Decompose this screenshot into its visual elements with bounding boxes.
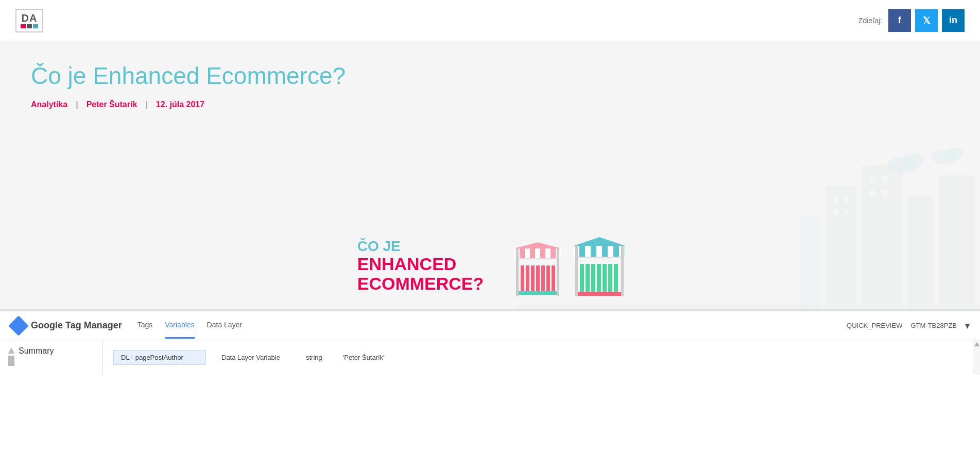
svg-rect-0	[826, 186, 856, 309]
gtm-logo: Google Tag Manager	[10, 318, 122, 334]
svg-rect-27	[531, 265, 535, 291]
svg-marker-35	[514, 242, 561, 248]
svg-rect-25	[521, 265, 524, 291]
svg-point-14	[903, 154, 923, 168]
gtm-nav-tags[interactable]: Tags	[137, 321, 153, 339]
hero-meta: Analytika | Peter Šutarík | 12. júla 201…	[31, 100, 949, 109]
gtm-diamond-icon	[10, 318, 27, 334]
hero-title: Čo je Enhanced Ecommerce?	[31, 62, 949, 90]
gtm-variable-type: Data Layer Variable	[206, 351, 296, 364]
svg-rect-32	[517, 291, 558, 295]
gtm-panel-content: DL - pagePostAuthor Data Layer Variable …	[103, 340, 973, 375]
svg-rect-10	[882, 175, 888, 182]
svg-rect-46	[597, 264, 601, 292]
svg-rect-11	[869, 190, 875, 197]
svg-rect-22	[545, 247, 551, 259]
stall-container	[514, 237, 623, 309]
logo-bar-teal	[33, 24, 38, 28]
hero-image-area: ČO JE ENHANCED ECOMMERCE?	[284, 144, 696, 309]
svg-rect-28	[536, 265, 540, 291]
svg-rect-6	[844, 196, 849, 202]
svg-rect-48	[608, 264, 612, 292]
svg-rect-51	[575, 245, 578, 296]
meta-sep-1: |	[76, 100, 78, 109]
svg-rect-49	[614, 264, 618, 292]
hero-text-overlay: ČO JE ENHANCED ECOMMERCE?	[357, 238, 484, 309]
facebook-share-button[interactable]: f	[888, 9, 911, 32]
svg-rect-31	[552, 265, 555, 291]
logo[interactable]: DA	[15, 9, 43, 32]
gtm-variable-dtype: string	[296, 351, 333, 364]
logo-bars	[21, 24, 38, 28]
logo-bar-gray	[27, 24, 32, 28]
svg-rect-30	[546, 265, 550, 291]
svg-rect-39	[596, 245, 602, 257]
linkedin-share-button[interactable]: in	[942, 9, 965, 32]
overlay-line3: ECOMMERCE?	[357, 274, 484, 294]
gtm-name-regular: Google	[31, 320, 65, 330]
gtm-variable-name[interactable]: DL - pagePostAuthor	[113, 350, 206, 365]
logo-bar-red	[21, 24, 26, 28]
svg-rect-40	[608, 245, 613, 257]
gtm-nav-data-layer[interactable]: Data Layer	[207, 321, 242, 339]
svg-rect-34	[557, 247, 559, 296]
svg-rect-29	[541, 265, 545, 291]
svg-marker-53	[574, 237, 625, 246]
panel-scroll-up-icon[interactable]	[974, 342, 979, 346]
overlay-line1: ČO JE	[357, 238, 401, 255]
twitter-share-button[interactable]: 𝕏	[915, 9, 938, 32]
gtm-right-area: QUICK_PREVIEW GTM-TB28PZB ▾	[847, 320, 970, 331]
meta-sep-2: |	[145, 100, 147, 109]
svg-rect-45	[591, 264, 595, 292]
svg-rect-3	[939, 175, 975, 309]
scroll-arrow-up-icon[interactable]	[8, 347, 14, 354]
svg-rect-47	[603, 264, 607, 292]
svg-rect-9	[869, 175, 875, 182]
gtm-bar: Google Tag Manager Tags Variables Data L…	[0, 311, 980, 340]
gtm-diamond-shape	[8, 315, 29, 336]
gtm-panel-sidebar: Summary	[0, 340, 103, 375]
gtm-panel: Summary DL - pagePostAuthor Data Layer V…	[0, 340, 980, 375]
svg-rect-5	[833, 196, 838, 202]
logo-text: DA	[22, 13, 38, 23]
gtm-container-id: GTM-TB28PZB	[910, 322, 957, 329]
svg-rect-52	[621, 245, 624, 296]
svg-rect-43	[580, 264, 584, 292]
gtm-nav: Tags Variables Data Layer	[137, 312, 831, 339]
svg-rect-8	[844, 209, 849, 215]
gtm-panel-scrollbar	[973, 340, 980, 375]
svg-rect-2	[908, 196, 934, 309]
stall-2	[576, 237, 623, 299]
svg-rect-4	[800, 216, 820, 309]
stall-1-svg	[514, 242, 561, 299]
gtm-app-name: Google Tag Manager	[31, 320, 122, 331]
hero-category[interactable]: Analytika	[31, 100, 67, 109]
svg-rect-33	[516, 247, 519, 296]
gtm-summary-label: Summary	[19, 346, 54, 356]
stall-2-svg	[574, 237, 625, 299]
hero-author[interactable]: Peter Šutarík	[87, 100, 137, 109]
svg-rect-26	[526, 265, 529, 291]
gtm-nav-variables[interactable]: Variables	[165, 321, 194, 339]
svg-rect-44	[586, 264, 590, 292]
hero-section: Čo je Enhanced Ecommerce? Analytika | Pe…	[0, 41, 980, 309]
svg-rect-50	[576, 292, 623, 296]
share-label: Zdieľaj:	[858, 16, 882, 25]
overlay-line2: ENHANCED	[357, 255, 457, 274]
svg-rect-38	[585, 245, 591, 257]
svg-rect-1	[862, 165, 903, 309]
stall-1	[514, 242, 561, 299]
svg-rect-21	[535, 247, 540, 259]
gtm-dropdown-chevron-icon[interactable]: ▾	[965, 320, 970, 331]
svg-point-16	[945, 147, 964, 160]
site-header: DA Zdieľaj: f 𝕏 in	[0, 0, 980, 41]
gtm-variable-row: DL - pagePostAuthor Data Layer Variable …	[113, 350, 962, 365]
share-area: Zdieľaj: f 𝕏 in	[858, 9, 965, 32]
hero-date: 12. júla 2017	[156, 100, 204, 109]
gtm-variable-value: 'Peter Šutarík'	[333, 351, 395, 364]
svg-rect-7	[833, 209, 838, 215]
gtm-name-bold: Tag Manager	[65, 320, 122, 330]
gtm-scrollbar	[8, 346, 14, 364]
gtm-preview-label: QUICK_PREVIEW	[847, 322, 902, 329]
svg-rect-20	[525, 247, 530, 259]
